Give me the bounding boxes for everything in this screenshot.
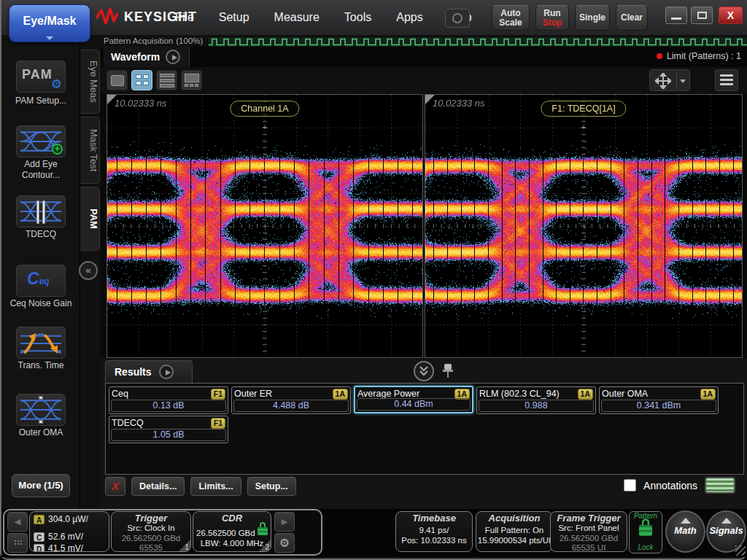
cdr-panel[interactable]: CDR 26.562500 GBd LBW: 4.000 MHz 2: [193, 511, 271, 552]
layout-single-button[interactable]: [107, 70, 128, 90]
collapse-results-button[interactable]: [414, 361, 434, 381]
layout-rows-button[interactable]: [156, 70, 177, 90]
trigger-panel[interactable]: Trigger Src: Clock In 26.562500 GBd 6553…: [111, 511, 191, 552]
waveform-pane-channel-1a[interactable]: 10.02333 ns Channel 1A +: [107, 94, 423, 358]
sidebar-item-label: Add Eye: [1, 159, 80, 169]
tab-waveform[interactable]: Waveform: [104, 47, 190, 67]
play-icon[interactable]: [166, 50, 180, 64]
tab-pam[interactable]: PAM: [80, 187, 100, 251]
measurement-outer-oma[interactable]: Outer OMA 1A 0.341 dBm: [599, 386, 719, 414]
scroll-right-button[interactable]: ▶: [274, 512, 295, 532]
function-label-pill[interactable]: F1: TDECQ[1A]: [541, 101, 626, 117]
waveform-tab-label: Waveform: [111, 51, 160, 63]
limits-button[interactable]: Limits...: [190, 477, 241, 496]
display-menu-button[interactable]: [715, 69, 738, 91]
clear-button[interactable]: Clear: [616, 5, 648, 31]
maximize-button[interactable]: [691, 7, 713, 24]
maximize-icon: [697, 12, 707, 19]
sidebar-item-add-eye-contour[interactable]: +: [16, 125, 66, 158]
close-button[interactable]: X: [719, 7, 743, 24]
double-chevron-down-icon: [415, 362, 433, 380]
sidebar-item-tdecq[interactable]: [16, 195, 66, 228]
measurement-ceq[interactable]: Ceq F1 0.13 dB: [109, 386, 228, 414]
details-button[interactable]: Details...: [131, 477, 185, 496]
menu-setup[interactable]: Setup: [219, 11, 249, 24]
timebase-panel[interactable]: Timebase 9.41 ps/ Pos: 10.02333 ns: [395, 511, 473, 552]
title-bar: KEYSIGHT File Setup Measure Tools Apps H…: [1, 0, 747, 35]
delete-measurement-button[interactable]: X: [105, 477, 125, 496]
acquisition-points: 15.99000534 pts/UI: [476, 536, 552, 546]
eye-diagram-canvas-left[interactable]: [107, 95, 422, 357]
auto-scale-line2: Scale: [492, 18, 529, 28]
menu-apps[interactable]: Apps: [396, 11, 422, 24]
channel-c-scale: 52.6 mV/: [48, 532, 83, 542]
chevron-down-icon[interactable]: [680, 79, 686, 83]
tab-mask-test[interactable]: Mask Test: [80, 117, 100, 184]
tab-results[interactable]: Results: [105, 360, 193, 383]
channel-label-pill[interactable]: Channel 1A: [230, 101, 299, 117]
sidebar-item-ceq-noise-gain[interactable]: Ceq: [16, 265, 66, 297]
tab-eye-meas[interactable]: Eye Meas: [80, 50, 100, 114]
measurement-value: 1.05 dB: [111, 429, 226, 441]
hardware-settings-gear-button[interactable]: ⚙: [274, 533, 295, 553]
sidebar-collapse-button[interactable]: «: [79, 261, 98, 280]
measurement-name: RLM (802.3 CL_94): [479, 389, 560, 399]
frame-trigger-ui: 65535 UI: [551, 543, 627, 552]
pattern-waveform-strip: [209, 36, 747, 46]
measurement-rlm[interactable]: RLM (802.3 CL_94) 1A 0.988: [476, 386, 596, 414]
results-tab-label: Results: [115, 366, 152, 378]
measurement-average-power[interactable]: Average Power 1A 0.44 dBm: [354, 386, 473, 413]
menu-measure[interactable]: Measure: [274, 11, 320, 24]
pan-zoom-button[interactable]: [649, 69, 690, 91]
more-measurements-button[interactable]: More (1/5): [12, 474, 70, 497]
measurement-tdecq[interactable]: TDECQ F1 1.05 dB: [109, 416, 228, 443]
menu-tools[interactable]: Tools: [344, 11, 371, 24]
waveform-pane-f1-tdecq[interactable]: 10.02333 ns F1: TDECQ[1A] +: [425, 94, 743, 358]
trigger-divide: 65535: [112, 543, 190, 552]
center-marker: +: [581, 122, 586, 131]
annotation-color-button[interactable]: [705, 477, 735, 494]
auto-scale-button[interactable]: Auto Scale: [492, 5, 530, 31]
display-toolbar: [101, 67, 747, 93]
trigger-rate: 26.562500 GBd: [112, 534, 190, 544]
pattern-lock-panel[interactable]: Pattern Lock: [629, 511, 662, 553]
minimize-button[interactable]: [665, 7, 687, 24]
measurement-value: 0.44 dBm: [357, 398, 471, 411]
setup-button[interactable]: Setup...: [247, 477, 296, 496]
sidebar-item-label: Ceq Noise Gain: [1, 298, 80, 308]
measurement-outer-er[interactable]: Outer ER 1A 4.488 dB: [231, 386, 351, 414]
menu-file[interactable]: File: [175, 11, 194, 24]
resize-grip[interactable]: [735, 545, 746, 556]
eye-diagram-canvas-right[interactable]: [425, 95, 742, 357]
measurement-name: Average Power: [357, 389, 419, 399]
channel-c-badge: C: [34, 532, 44, 542]
timebase-title: Timebase: [396, 513, 472, 524]
run-stop-button[interactable]: Run Stop: [535, 5, 569, 31]
scroll-left-button[interactable]: ◀: [7, 512, 28, 532]
channel-pages-button[interactable]: [7, 533, 28, 553]
sidebar-item-label: Trans. Time: [1, 360, 80, 370]
single-button[interactable]: Single: [575, 5, 610, 31]
sidebar-item-trans-time[interactable]: [16, 327, 66, 359]
math-button[interactable]: Math: [665, 510, 705, 553]
pattern-acquisition-percent: (100%): [176, 36, 203, 45]
screenshot-camera-icon[interactable]: [445, 9, 470, 28]
acquisition-panel[interactable]: Acquisition Full Pattern: On 15.99000534…: [476, 511, 553, 552]
source-badge: 1A: [333, 389, 348, 400]
layout-quad-button[interactable]: [131, 70, 152, 90]
channels-panel[interactable]: A 304.0 µW/ C 52.6 mV/ D 41.5 mV/: [29, 511, 109, 552]
center-marker: +: [263, 122, 267, 131]
layout-thumbnail-button[interactable]: [181, 70, 202, 90]
pattern-lock-bottom-label: Lock: [630, 543, 662, 551]
sidebar-item-pam-setup[interactable]: PAM ⚙: [16, 61, 66, 93]
pin-icon[interactable]: [443, 362, 453, 380]
annotations-checkbox[interactable]: [624, 479, 636, 491]
acquisition-title: Acquisition: [476, 513, 552, 524]
eye-mask-mode-button[interactable]: Eye/Mask: [9, 4, 90, 42]
move-crosshair-icon: [655, 73, 671, 89]
sidebar-item-outer-oma[interactable]: [16, 394, 66, 426]
frame-trigger-source: Src: Front Panel: [551, 524, 627, 534]
measurement-value: 4.488 dB: [233, 400, 349, 412]
frame-trigger-panel[interactable]: Frame Trigger Src: Front Panel 26.562500…: [550, 511, 627, 552]
play-icon[interactable]: [159, 365, 174, 379]
